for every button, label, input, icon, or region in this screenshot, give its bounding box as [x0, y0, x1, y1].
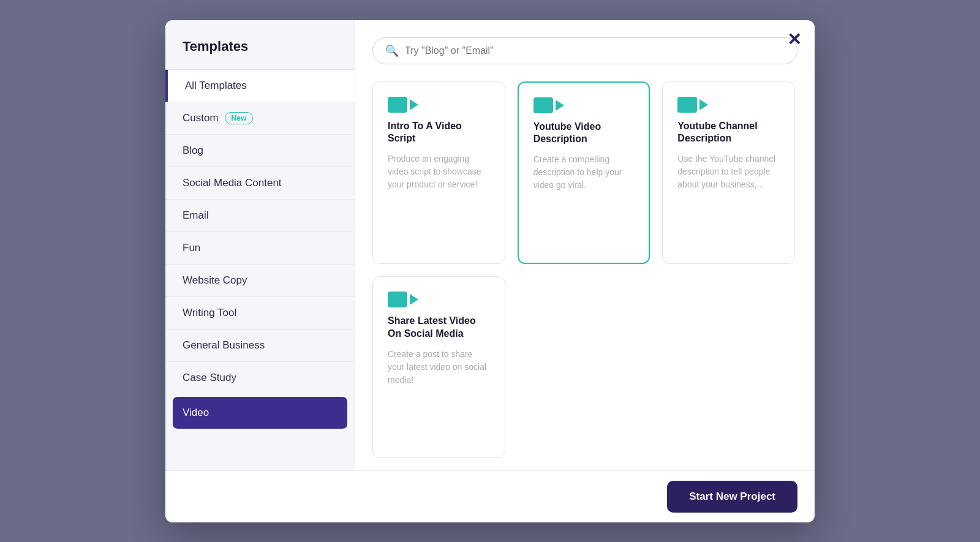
sidebar-item-email[interactable]: Email [165, 200, 355, 232]
video-icon-shape [533, 97, 564, 113]
card-share-latest-video[interactable]: Share Latest Video On Social MediaCreate… [372, 276, 505, 458]
search-icon: 🔍 [385, 44, 399, 58]
sidebar-item-label: Email [183, 209, 209, 222]
card-title: Share Latest Video On Social Media [388, 315, 490, 341]
sidebar-item-social-media[interactable]: Social Media Content [165, 167, 355, 200]
video-camera-icon [533, 97, 635, 113]
modal: ✕ Templates All TemplatesCustomNewBlogSo… [165, 20, 815, 522]
cards-grid: Intro To A Video ScriptProduce an engagi… [372, 81, 797, 470]
card-title: Youtube Channel Description [677, 120, 780, 146]
sidebar-item-all-templates[interactable]: All Templates [165, 70, 355, 102]
card-description: Create a post to share your latest video… [388, 348, 490, 386]
sidebar-item-video[interactable]: Video [173, 397, 347, 429]
card-description: Produce an engaging video script to show… [388, 152, 490, 191]
card-intro-video-script[interactable]: Intro To A Video ScriptProduce an engagi… [372, 81, 505, 265]
sidebar-item-fun[interactable]: Fun [165, 232, 355, 265]
close-button[interactable]: ✕ [787, 31, 801, 48]
sidebar-items: All TemplatesCustomNewBlogSocial Media C… [165, 70, 355, 432]
sidebar-item-case-study[interactable]: Case Study [165, 362, 355, 394]
sidebar-item-website-copy[interactable]: Website Copy [165, 265, 355, 297]
sidebar-item-blog[interactable]: Blog [165, 135, 355, 167]
modal-body: Templates All TemplatesCustomNewBlogSoci… [165, 20, 815, 470]
search-bar: 🔍 [372, 37, 797, 64]
sidebar-item-label: Fun [183, 242, 200, 254]
start-new-project-button[interactable]: Start New Project [667, 481, 797, 513]
sidebar-item-writing-tool[interactable]: Writing Tool [165, 297, 355, 329]
video-icon-shape [677, 97, 708, 113]
sidebar-item-label: Video [183, 407, 209, 419]
sidebar-item-custom[interactable]: CustomNew [165, 102, 355, 135]
sidebar-item-label: Social Media Content [183, 177, 282, 189]
sidebar-item-label: Writing Tool [183, 307, 236, 319]
new-badge: New [225, 112, 254, 124]
sidebar-item-label: Custom [183, 112, 219, 124]
card-description: Create a compelling description to help … [533, 153, 635, 192]
video-camera-icon [388, 292, 490, 307]
sidebar-item-label: Blog [183, 145, 203, 157]
search-input[interactable] [405, 45, 785, 56]
card-youtube-channel-description[interactable]: Youtube Channel DescriptionUse the YouTu… [662, 81, 795, 265]
sidebar-item-label: Case Study [183, 372, 236, 384]
video-icon-shape [388, 97, 418, 113]
sidebar-item-label: All Templates [185, 80, 247, 92]
sidebar-item-label: Website Copy [183, 274, 247, 287]
video-camera-icon [677, 97, 780, 113]
sidebar-title: Templates [165, 39, 355, 70]
sidebar-item-general-business[interactable]: General Business [165, 329, 355, 362]
card-title: Intro To A Video Script [388, 120, 490, 146]
sidebar-item-label: General Business [183, 339, 265, 352]
card-title: Youtube Video Description [533, 121, 635, 146]
video-icon-shape [388, 292, 418, 307]
card-youtube-video-description[interactable]: Youtube Video DescriptionCreate a compel… [518, 81, 650, 265]
sidebar: Templates All TemplatesCustomNewBlogSoci… [165, 20, 355, 470]
modal-footer: Start New Project [165, 470, 815, 522]
card-description: Use the YouTube channel description to t… [677, 152, 780, 191]
main-content: 🔍 Intro To A Video ScriptProduce an enga… [355, 20, 815, 470]
video-camera-icon [388, 97, 490, 113]
